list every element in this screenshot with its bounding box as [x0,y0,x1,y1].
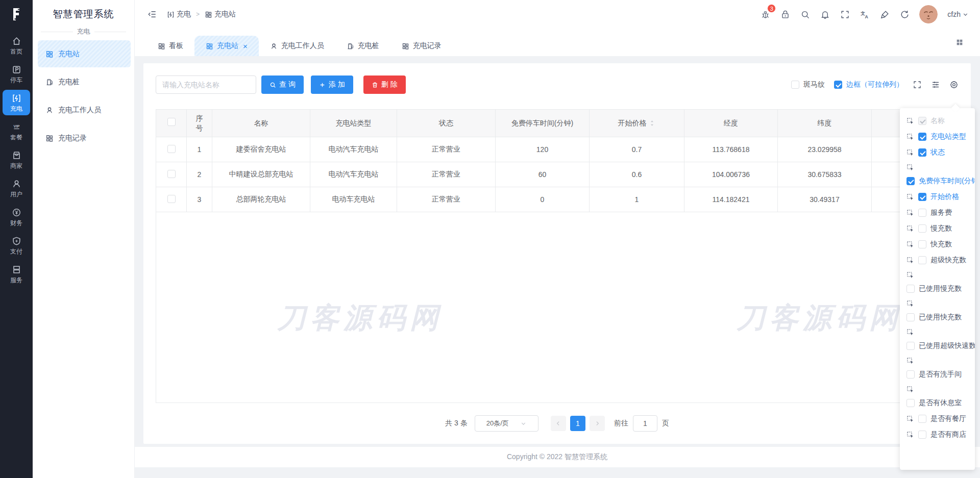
column-panel-item-name[interactable]: 名称 [906,116,975,125]
gear-icon[interactable] [949,80,959,89]
column-panel-item-fast-count[interactable]: 快充数 [906,240,975,249]
row-checkbox[interactable] [167,195,176,203]
bug-icon[interactable]: 3 [760,9,770,19]
tab-station[interactable]: 充电站× [194,36,259,56]
column-toggle-checkbox[interactable] [906,399,915,407]
column-toggle-checkbox[interactable] [906,177,915,185]
fullscreen-icon[interactable] [840,9,850,19]
sidebar-item-station[interactable]: 充电站 [38,40,131,67]
drag-handle-icon[interactable] [906,415,914,423]
rail-item-charging[interactable]: 充电 [3,90,30,115]
tab-options-grid-icon[interactable] [955,38,964,46]
column-toggle-checkbox[interactable] [918,148,926,157]
table-row[interactable]: 2中晴建设总部充电站电动汽车充电站正常营业600.6104.00673630.6… [156,162,959,187]
search-input[interactable] [156,76,256,94]
drag-handle-icon[interactable] [906,241,914,248]
column-panel-item-has-restroom[interactable]: 是否有洗手间 [906,357,975,379]
next-page-button[interactable] [590,416,605,431]
column-list-icon[interactable] [931,80,940,89]
zebra-toggle[interactable]: 斑马纹 [791,80,825,89]
drag-handle-icon[interactable] [906,193,914,201]
column-toggle-checkbox[interactable] [918,431,926,439]
maximize-icon[interactable] [913,80,922,89]
column-toggle-checkbox[interactable] [906,342,915,350]
avatar[interactable] [919,5,938,23]
border-toggle[interactable]: 边框（可拉伸列） [834,80,903,89]
column-toggle-checkbox[interactable] [906,370,915,379]
drag-handle-icon[interactable] [906,164,914,171]
drag-handle-icon[interactable] [906,225,914,233]
drag-handle-icon[interactable] [906,300,914,308]
column-panel-item-free-time[interactable]: 免费停车时间(分钟) [906,164,975,186]
lock-icon[interactable] [780,9,790,19]
column-toggle-checkbox[interactable] [918,224,926,233]
drag-handle-icon[interactable] [906,386,914,393]
query-button[interactable]: 查 询 [261,76,304,94]
add-button[interactable]: 添 加 [311,76,353,94]
app-logo[interactable] [0,0,33,29]
close-icon[interactable]: × [243,42,248,50]
breadcrumb-current[interactable]: 充电站 [205,10,236,19]
column-panel-item-used-slow[interactable]: 已使用慢充数 [906,271,975,293]
sidebar-item-staff[interactable]: 充电工作人员 [38,96,131,123]
column-toggle-checkbox[interactable] [918,209,926,217]
column-panel-item-has-shop[interactable]: 是否有商店 [906,430,975,439]
column-toggle-checkbox[interactable] [918,133,926,141]
tab-records[interactable]: 充电记录 [390,36,453,56]
rail-item-user[interactable]: 用户 [3,175,30,201]
column-toggle-checkbox[interactable] [906,285,915,293]
column-panel-item-start-price[interactable]: 开始价格 [906,192,975,202]
select-all-checkbox[interactable] [167,118,176,126]
page-size-select[interactable]: 20条/页 [475,415,538,432]
delete-button[interactable]: 删 除 [363,76,406,94]
drag-handle-icon[interactable] [906,209,914,217]
column-panel-item-status[interactable]: 状态 [906,148,975,157]
column-panel-item-slow-count[interactable]: 慢充数 [906,224,975,233]
drag-handle-icon[interactable] [906,117,914,125]
drag-handle-icon[interactable] [906,149,914,157]
column-panel-item-used-superfast[interactable]: 已使用超级快速数 [906,329,975,350]
column-header-start-price[interactable]: 开始价格 [590,110,684,137]
drag-handle-icon[interactable] [906,133,914,141]
column-panel-item-used-fast[interactable]: 已使用快充数 [906,300,975,322]
collapse-sidebar-icon[interactable] [148,10,157,19]
clean-brush-icon[interactable] [879,9,890,19]
column-toggle-checkbox[interactable] [918,256,926,264]
column-panel-item-service-fee[interactable]: 服务费 [906,208,975,217]
sidebar-item-pile[interactable]: 充电桩 [38,68,131,95]
column-panel-item-type[interactable]: 充电站类型 [906,132,975,141]
rail-item-finance[interactable]: 财务 [3,204,30,230]
drag-handle-icon[interactable] [906,357,914,365]
drag-handle-icon[interactable] [906,329,914,336]
column-panel-item-has-restaurant[interactable]: 是否有餐厅 [906,414,975,423]
tab-board[interactable]: 看板 [146,36,194,56]
rail-item-merchant[interactable]: 商家 [3,147,30,172]
table-row[interactable]: 3总部两轮充电站电动车充电站正常营业01114.18242130.49317 [156,187,959,212]
column-toggle-checkbox[interactable] [918,415,926,423]
rail-item-payment[interactable]: 支付 [3,233,30,258]
rail-item-home[interactable]: 首页 [3,33,30,58]
page-number-button[interactable]: 1 [570,416,585,431]
column-panel-item-has-lounge[interactable]: 是否有休息室 [906,386,975,408]
rail-item-package[interactable]: VIP套餐 [3,118,30,144]
drag-handle-icon[interactable] [906,271,914,279]
sidebar-item-records[interactable]: 充电记录 [38,124,131,152]
sort-icon[interactable] [648,119,656,127]
rail-item-parking[interactable]: 停车 [3,61,30,87]
column-toggle-checkbox[interactable] [906,313,915,321]
translate-icon[interactable]: 文A [860,9,870,19]
prev-page-button[interactable] [551,416,566,431]
border-checkbox[interactable] [834,81,842,89]
rail-item-service[interactable]: 服务 [3,261,30,287]
column-toggle-checkbox[interactable] [918,193,926,201]
column-toggle-checkbox[interactable] [918,117,926,125]
tab-pile[interactable]: 充电桩 [335,36,390,56]
row-checkbox[interactable] [167,170,176,178]
drag-handle-icon[interactable] [906,431,914,439]
breadcrumb-parent[interactable]: 充电 [167,10,191,19]
user-menu[interactable]: cfzh [947,10,969,18]
refresh-icon[interactable] [899,9,910,19]
tab-staff[interactable]: 充电工作人员 [259,36,335,56]
bell-icon[interactable] [820,9,830,19]
drag-handle-icon[interactable] [906,257,914,264]
